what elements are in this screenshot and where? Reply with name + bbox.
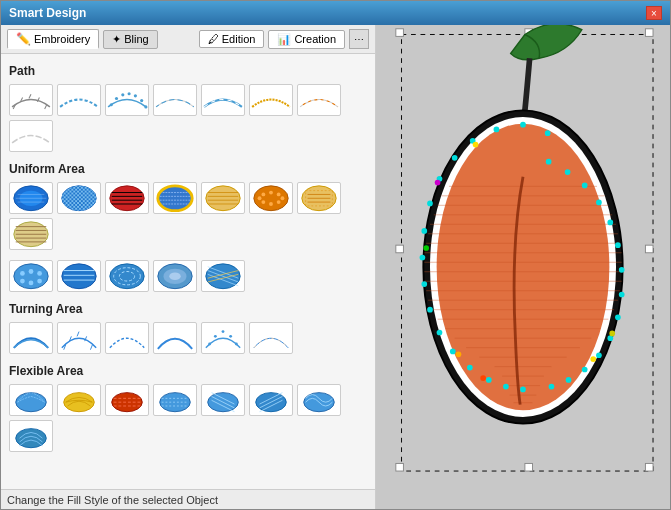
uniform-stitch-13[interactable] <box>201 260 245 292</box>
svg-point-175 <box>596 200 602 206</box>
svg-point-88 <box>214 335 217 338</box>
svg-rect-116 <box>645 29 653 37</box>
edition-button[interactable]: 🖊 Edition <box>199 30 265 48</box>
path-stitch-4[interactable] <box>153 84 197 116</box>
svg-point-180 <box>473 142 479 148</box>
path-stitch-5[interactable] <box>201 84 245 116</box>
svg-point-185 <box>590 356 596 362</box>
path-stitch-8[interactable] <box>9 120 53 152</box>
uniform-stitch-5[interactable] <box>201 182 245 214</box>
turning-stitch-3[interactable] <box>105 322 149 354</box>
turning-stitch-6[interactable] <box>249 322 293 354</box>
flexible-stitch-1[interactable] <box>9 384 53 416</box>
turning-stitch-4[interactable] <box>153 322 197 354</box>
svg-rect-114 <box>396 29 404 37</box>
turning-stitch-1[interactable] <box>9 322 53 354</box>
status-bar: Change the Fill Style of the selected Ob… <box>1 489 375 509</box>
flexible-stitch-4[interactable] <box>153 384 197 416</box>
uniform-stitch-6[interactable] <box>249 182 293 214</box>
svg-point-170 <box>615 314 621 320</box>
svg-point-87 <box>208 342 211 345</box>
uniform-stitch-2[interactable] <box>57 182 101 214</box>
close-button[interactable]: × <box>646 6 662 20</box>
options-icon: ⋯ <box>354 34 364 45</box>
path-stitch-1[interactable] <box>9 84 53 116</box>
path-stitch-2[interactable] <box>57 84 101 116</box>
path-stitch-7[interactable] <box>297 84 341 116</box>
svg-point-150 <box>494 127 500 133</box>
flexible-stitch-3[interactable] <box>105 384 149 416</box>
uniform-stitch-8[interactable] <box>9 218 53 250</box>
svg-point-161 <box>467 365 473 371</box>
svg-point-154 <box>427 201 433 207</box>
flexible-stitch-7[interactable] <box>297 384 341 416</box>
svg-point-178 <box>546 159 552 165</box>
svg-point-166 <box>566 377 572 383</box>
svg-point-91 <box>235 342 238 345</box>
svg-point-159 <box>437 330 443 336</box>
app-window: Smart Design × ✏️ Embroidery ✦ Bling <box>0 0 671 510</box>
svg-point-60 <box>20 271 25 276</box>
svg-point-164 <box>520 387 526 393</box>
toolbar: ✏️ Embroidery ✦ Bling 🖊 Edition 📊 <box>1 25 375 54</box>
path-section-title: Path <box>9 64 367 78</box>
turning-area-section-title: Turning Area <box>9 302 367 316</box>
svg-point-8 <box>128 93 131 96</box>
flexible-area-section-title: Flexible Area <box>9 364 367 378</box>
path-stitch-6[interactable] <box>249 84 293 116</box>
creation-button[interactable]: 📊 Creation <box>268 30 345 49</box>
svg-point-167 <box>582 367 588 373</box>
uniform-stitch-4[interactable] <box>153 182 197 214</box>
svg-point-7 <box>121 94 124 97</box>
svg-point-168 <box>596 352 602 358</box>
svg-rect-120 <box>525 463 533 471</box>
svg-point-158 <box>427 307 433 313</box>
uniform-stitch-1[interactable] <box>9 182 53 214</box>
uniform-stitch-11[interactable] <box>105 260 149 292</box>
right-panel <box>376 25 670 509</box>
flexible-area-stitches <box>9 384 367 452</box>
svg-point-93 <box>64 392 95 411</box>
svg-point-42 <box>277 192 281 196</box>
svg-point-172 <box>619 267 625 273</box>
turning-stitch-5[interactable] <box>201 322 245 354</box>
svg-point-9 <box>134 95 137 98</box>
uniform-stitch-3[interactable] <box>105 182 149 214</box>
flexible-stitch-8[interactable] <box>9 420 53 452</box>
edition-label: Edition <box>222 33 256 45</box>
svg-point-177 <box>565 169 571 175</box>
creation-label: Creation <box>294 33 336 45</box>
turning-area-stitches <box>9 322 367 354</box>
path-stitches <box>9 84 367 152</box>
svg-point-75 <box>169 272 180 280</box>
flexible-stitch-5[interactable] <box>201 384 245 416</box>
svg-line-84 <box>77 331 79 336</box>
window-title: Smart Design <box>9 6 86 20</box>
uniform-stitch-12[interactable] <box>153 260 197 292</box>
turning-stitch-2[interactable] <box>57 322 101 354</box>
svg-point-89 <box>222 330 225 333</box>
uniform-stitch-10[interactable] <box>57 260 101 292</box>
uniform-stitch-7[interactable] <box>297 182 341 214</box>
path-stitch-3[interactable] <box>105 84 149 116</box>
svg-point-181 <box>435 180 441 186</box>
svg-point-64 <box>29 280 34 285</box>
svg-point-90 <box>229 335 232 338</box>
uniform-stitch-9[interactable] <box>9 260 53 292</box>
svg-rect-117 <box>396 245 404 253</box>
svg-point-183 <box>456 351 462 357</box>
svg-point-47 <box>281 196 285 200</box>
embroidery-tab[interactable]: ✏️ Embroidery <box>7 29 99 49</box>
svg-point-157 <box>421 281 427 287</box>
svg-point-66 <box>62 264 96 289</box>
options-button[interactable]: ⋯ <box>349 29 369 49</box>
svg-line-2 <box>29 95 31 99</box>
bling-tab[interactable]: ✦ Bling <box>103 30 157 49</box>
svg-point-46 <box>258 196 262 200</box>
svg-point-165 <box>549 384 555 390</box>
embroidery-label: Embroidery <box>34 33 90 45</box>
flexible-stitch-6[interactable] <box>249 384 293 416</box>
canvas <box>376 25 670 509</box>
svg-point-10 <box>140 99 143 102</box>
flexible-stitch-2[interactable] <box>57 384 101 416</box>
